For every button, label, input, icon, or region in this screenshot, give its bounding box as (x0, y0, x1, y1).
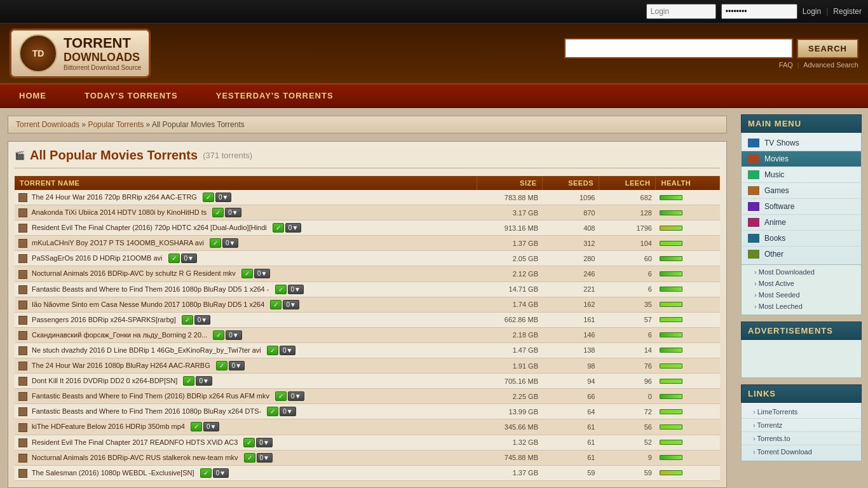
torrent-link[interactable]: Passengers 2016 BDRip x264-SPARKS[rarbg] (32, 316, 176, 323)
verified-btn[interactable]: ✓ (191, 422, 202, 431)
verified-btn[interactable]: ✓ (210, 238, 221, 248)
zero-btn[interactable]: 0▼ (213, 468, 229, 478)
torrent-link[interactable]: Fantastic Beasts and Where to Find Them … (32, 392, 269, 400)
zero-btn[interactable]: 0▼ (288, 285, 304, 294)
zero-btn[interactable]: 0▼ (256, 438, 272, 447)
zero-btn[interactable]: 0▼ (203, 422, 219, 431)
health-bar (660, 332, 682, 337)
verified-btn[interactable]: ✓ (216, 361, 227, 370)
search-input[interactable] (564, 38, 793, 58)
torrent-link[interactable]: Nocturnal Animals 2016 BDRip-AVC by schu… (32, 269, 236, 277)
torrent-link[interactable]: Resident Evil The Final Chapter 2017 REA… (32, 438, 238, 446)
torrent-link[interactable]: Скандинавский форсаж_Гонки на льду_Borni… (32, 331, 207, 339)
col-leech: LEECH (599, 176, 655, 190)
zero-btn[interactable]: 0▼ (225, 208, 241, 217)
torrent-link[interactable]: The 24 Hour War 2016 720p BRRip x264 AAC… (32, 193, 197, 201)
torrent-link[interactable]: Ião Nãovme Sinto em Casa Nesse Mundo 201… (32, 301, 264, 308)
login-input[interactable] (646, 4, 716, 19)
advanced-search-link[interactable]: Advanced Search (803, 61, 858, 69)
link-torrent-download[interactable]: Torrent Download (742, 445, 861, 458)
verified-btn[interactable]: ✓ (182, 315, 193, 325)
faq-link[interactable]: FAQ (779, 61, 793, 69)
subitem-most-active[interactable]: Most Active (742, 278, 861, 289)
nav-today[interactable]: TODAY'S TORRENTS (65, 85, 197, 107)
zero-btn[interactable]: 0▼ (181, 254, 197, 263)
verified-btn[interactable]: ✓ (273, 223, 284, 233)
zero-btn[interactable]: 0▼ (288, 391, 304, 401)
verified-btn[interactable]: ✓ (275, 285, 287, 294)
logo-area[interactable]: TD TORRENT DOWNLOADS Bittorrent Download… (10, 29, 151, 78)
sidebar-item-books[interactable]: Books (742, 231, 861, 247)
table-row: kiThe HDFeature Below 2016 HDRip 350mb m… (15, 419, 720, 435)
torrent-name-cell: Resident Evil The Final Chapter (2016) 7… (15, 220, 477, 236)
zero-btn[interactable]: 0▼ (194, 315, 210, 325)
link-torrents-to[interactable]: Torrents.to (742, 432, 861, 445)
zero-btn[interactable]: 0▼ (283, 300, 299, 309)
sidebar-item-games[interactable]: Games (742, 183, 861, 199)
size-cell: 2.18 GB (477, 327, 542, 342)
table-row: The 24 Hour War 2016 1080p BluRay H264 A… (15, 358, 720, 374)
torrent-link[interactable]: mKuLaCHniY Boy 2O17 P TS 14OOMB_KOSHARA … (32, 239, 204, 247)
nav-home[interactable]: HOME (0, 85, 65, 107)
torrent-name-cell: Passengers 2016 BDRip x264-SPARKS[rarbg]… (15, 312, 477, 327)
torrent-link[interactable]: Fantastic Beasts and Where to Find Them … (32, 407, 261, 415)
health-bar (660, 302, 682, 307)
subitem-most-seeded[interactable]: Most Seeded (742, 289, 861, 301)
link-torrentz[interactable]: Torrentz (742, 419, 861, 432)
torrent-link[interactable]: kiThe HDFeature Below 2016 HDRip 350mb m… (32, 423, 185, 430)
torrent-link[interactable]: Nocturnal Animals 2016 BDRip-AVC RUS sta… (32, 454, 238, 461)
zero-btn[interactable]: 0▼ (229, 361, 245, 370)
zero-btn[interactable]: 0▼ (280, 407, 295, 416)
torrent-link[interactable]: Resident Evil The Final Chapter (2016) 7… (32, 224, 267, 231)
torrent-link[interactable]: Ne stuch dvazhdy 2016 D Line BDRip 1 46G… (32, 346, 261, 354)
leech-cell: 72 (599, 404, 655, 419)
verified-btn[interactable]: ✓ (213, 330, 224, 340)
breadcrumb-home[interactable]: Torrent Downloads (16, 120, 79, 129)
sidebar-item-movies[interactable]: Movies (742, 151, 861, 167)
torrent-link[interactable]: PaSSagErOs 2016 D HDRip 21OOMB avi (32, 254, 162, 262)
verified-btn[interactable]: ✓ (275, 391, 287, 401)
sidebar-item-other[interactable]: Other (742, 247, 861, 262)
search-button[interactable]: SEARCH (797, 39, 858, 58)
register-link[interactable]: Register (833, 7, 862, 16)
verified-btn[interactable]: ✓ (270, 300, 281, 309)
zero-btn[interactable]: 0▼ (196, 376, 212, 386)
verified-btn[interactable]: ✓ (200, 468, 212, 478)
sidebar-item-anime[interactable]: Anime (742, 215, 861, 231)
leech-cell: 6 (599, 281, 655, 297)
zero-btn[interactable]: 0▼ (215, 193, 231, 202)
torrent-link[interactable]: Anakonda TiXi Ubiica 2014 HDTV 1080i by … (31, 208, 207, 216)
zero-btn[interactable]: 0▼ (226, 330, 241, 340)
subitem-most-downloaded[interactable]: Most Downloaded (742, 266, 861, 278)
subitem-most-leeched[interactable]: Most Leeched (742, 301, 861, 312)
verified-btn[interactable]: ✓ (267, 407, 278, 416)
verified-btn[interactable]: ✓ (243, 438, 255, 447)
zero-btn[interactable]: 0▼ (257, 453, 273, 463)
zero-btn[interactable]: 0▼ (285, 223, 301, 233)
verified-btn[interactable]: ✓ (203, 193, 214, 202)
sidebar-item-tvshows[interactable]: TV Shows (742, 135, 861, 151)
nav-yesterday[interactable]: YESTERDAY'S TORRENTS (197, 85, 353, 107)
verified-btn[interactable]: ✓ (244, 453, 255, 463)
torrent-link[interactable]: The Salesman (2016) 1080p WEBDL -Exclusi… (32, 469, 194, 477)
verified-btn[interactable]: ✓ (241, 269, 253, 278)
health-cell (656, 251, 720, 266)
verified-btn[interactable]: ✓ (267, 346, 278, 355)
sidebar-item-software[interactable]: Software (742, 199, 861, 215)
zero-btn[interactable]: 0▼ (254, 269, 270, 278)
breadcrumb-popular[interactable]: Popular Torrents (88, 120, 144, 129)
password-input[interactable] (721, 4, 797, 19)
verified-btn[interactable]: ✓ (168, 254, 180, 263)
link-limetorrents[interactable]: LimeTorrents (742, 405, 861, 419)
torrent-link[interactable]: Fantastic Beasts and Where to Find Them … (32, 285, 269, 293)
verified-btn[interactable]: ✓ (212, 208, 224, 217)
zero-btn[interactable]: 0▼ (280, 346, 295, 355)
login-link[interactable]: Login (803, 7, 821, 16)
zero-btn[interactable]: 0▼ (222, 238, 238, 248)
table-row: mKuLaCHniY Boy 2O17 P TS 14OOMB_KOSHARA … (15, 236, 720, 251)
torrent-link[interactable]: The 24 Hour War 2016 1080p BluRay H264 A… (32, 362, 210, 369)
sidebar: MAIN MENU TV Shows Movies Music Games (735, 108, 868, 488)
sidebar-item-music[interactable]: Music (742, 167, 861, 183)
verified-btn[interactable]: ✓ (183, 376, 194, 386)
torrent-link[interactable]: Dont Kill It 2016 DVDRip DD2 0 x264-BDP[… (32, 377, 177, 384)
